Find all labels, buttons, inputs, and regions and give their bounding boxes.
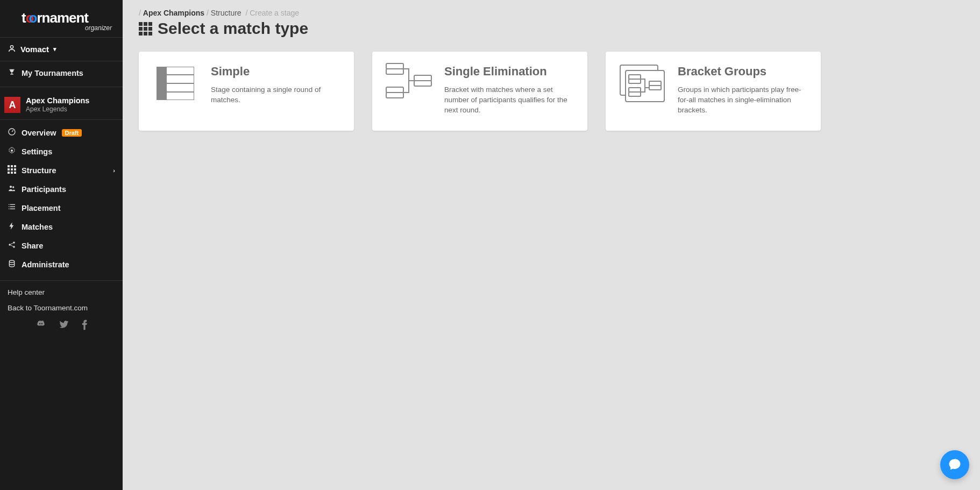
card-desc: Groups in which participants play free-f… [678,85,808,116]
svg-rect-33 [414,75,431,81]
main-content: / Apex Champions / Structure / Create a … [123,0,980,490]
svg-rect-11 [14,172,16,174]
svg-point-23 [9,260,14,262]
svg-point-13 [12,186,14,188]
nav-label: Placement [22,204,61,212]
bolt-icon [8,222,16,232]
svg-rect-42 [649,86,661,90]
svg-rect-7 [11,168,13,171]
breadcrumb-tournament[interactable]: Apex Champions [143,9,204,17]
card-bracket-groups[interactable]: Bracket Groups Groups in which participa… [606,52,821,131]
page-title: Select a match type [139,19,964,38]
svg-rect-29 [386,63,403,69]
nav-label: Share [22,242,43,250]
svg-rect-39 [629,88,641,92]
card-desc: Stage containing a single round of match… [211,85,341,105]
bracket-groups-icon [619,65,666,102]
card-title: Bracket Groups [678,65,808,79]
logo[interactable]: toornament organizer [0,0,123,37]
nav-label: Matches [22,223,53,231]
svg-point-0 [10,46,13,48]
sidebar-footer: Help center Back to Toornament.com [0,280,123,340]
game-name: Apex Legends [26,105,89,113]
card-title: Simple [211,65,341,79]
nav-settings[interactable]: Settings [0,142,123,161]
svg-rect-10 [11,172,13,174]
svg-rect-18 [9,209,9,209]
discord-icon[interactable] [35,319,47,333]
draft-badge: Draft [62,129,82,137]
tournament-name: Apex Champions [26,97,89,105]
nav-matches[interactable]: Matches [0,217,123,236]
svg-rect-40 [629,92,641,96]
help-center-link[interactable]: Help center [8,288,115,296]
tournament-header[interactable]: A Apex Champions Apex Legends [0,90,123,120]
svg-rect-9 [8,172,10,174]
sidebar: toornament organizer Vomact ▾ My Tournam… [0,0,123,490]
svg-point-20 [9,244,10,245]
svg-point-21 [13,242,15,243]
svg-rect-3 [8,165,10,167]
nav-share[interactable]: Share [0,236,123,255]
svg-rect-17 [10,207,15,207]
svg-rect-5 [14,165,16,167]
nav-structure[interactable]: Structure › [0,161,123,180]
database-icon [8,259,16,269]
svg-rect-16 [9,207,9,207]
svg-rect-34 [414,81,431,86]
user-icon [8,44,16,54]
breadcrumb-section[interactable]: Structure [211,9,242,17]
dashboard-icon [8,127,16,138]
chat-icon [947,457,962,472]
card-title: Single Elimination [444,65,574,79]
svg-rect-38 [629,79,641,83]
chevron-right-icon: › [113,167,115,174]
svg-rect-24 [157,67,166,100]
gear-icon [8,146,16,157]
nav-administrate[interactable]: Administrate [0,255,123,274]
svg-rect-31 [386,87,403,93]
match-type-cards: Simple Stage containing a single round o… [139,52,964,131]
list-icon [8,203,16,213]
svg-rect-8 [14,168,16,171]
svg-point-22 [13,246,15,247]
nav-participants[interactable]: Participants [0,180,123,198]
back-to-site-link[interactable]: Back to Toornament.com [8,304,115,312]
users-icon [8,184,16,194]
user-menu[interactable]: Vomact ▾ [0,37,123,61]
grid-icon [139,22,152,35]
card-single-elimination[interactable]: Single Elimination Bracket with matches … [372,52,587,131]
svg-rect-30 [386,69,403,74]
chevron-down-icon: ▾ [53,46,56,53]
card-desc: Bracket with matches where a set number … [444,85,574,116]
share-icon [8,240,16,251]
nav-label: Overview [22,129,56,137]
svg-rect-6 [8,168,10,171]
breadcrumb: / Apex Champions / Structure / Create a … [139,9,964,17]
simple-icon [152,65,199,102]
nav-overview[interactable]: Overview Draft [0,123,123,142]
nav-placement[interactable]: Placement [0,198,123,217]
svg-rect-14 [9,204,9,205]
svg-rect-41 [649,81,661,86]
nav-label: My Tournaments [22,69,83,77]
svg-point-12 [10,186,12,188]
twitter-icon[interactable] [59,319,69,333]
svg-rect-32 [386,93,403,98]
svg-rect-19 [10,209,15,209]
svg-rect-15 [10,204,15,205]
nav-my-tournaments[interactable]: My Tournaments [0,61,123,82]
trophy-icon [8,68,16,78]
nav-label: Settings [22,147,52,156]
svg-rect-4 [11,165,13,167]
bracket-icon [385,65,432,102]
chat-widget[interactable] [940,450,969,479]
facebook-icon[interactable] [81,319,88,333]
svg-point-2 [11,150,13,152]
game-icon: A [4,97,20,113]
nav-label: Participants [22,185,66,194]
user-name: Vomact [20,45,49,54]
grid-icon [8,165,16,175]
nav-label: Structure [22,166,56,175]
card-simple[interactable]: Simple Stage containing a single round o… [139,52,354,131]
